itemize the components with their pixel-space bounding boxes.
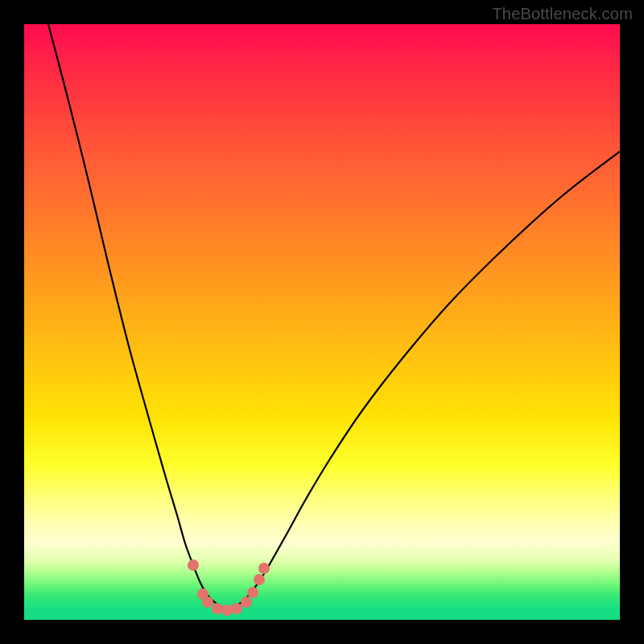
valley-marker: [254, 574, 265, 585]
valley-marker: [247, 587, 258, 598]
valley-marker: [188, 559, 199, 571]
valley-marker: [231, 603, 242, 614]
valley-marker: [258, 563, 270, 574]
valley-marker-group: [188, 559, 270, 616]
bottleneck-curve: [24, 24, 620, 620]
valley-marker: [212, 603, 223, 614]
curve-right-branch: [237, 151, 620, 605]
valley-marker: [221, 605, 233, 616]
curve-group: [48, 24, 620, 609]
curve-left-branch: [48, 24, 219, 605]
watermark-text: TheBottleneck.com: [492, 5, 633, 23]
plot-area: [24, 24, 620, 620]
valley-marker: [241, 597, 252, 608]
chart-frame: TheBottleneck.com: [0, 0, 644, 644]
valley-marker: [202, 597, 213, 608]
